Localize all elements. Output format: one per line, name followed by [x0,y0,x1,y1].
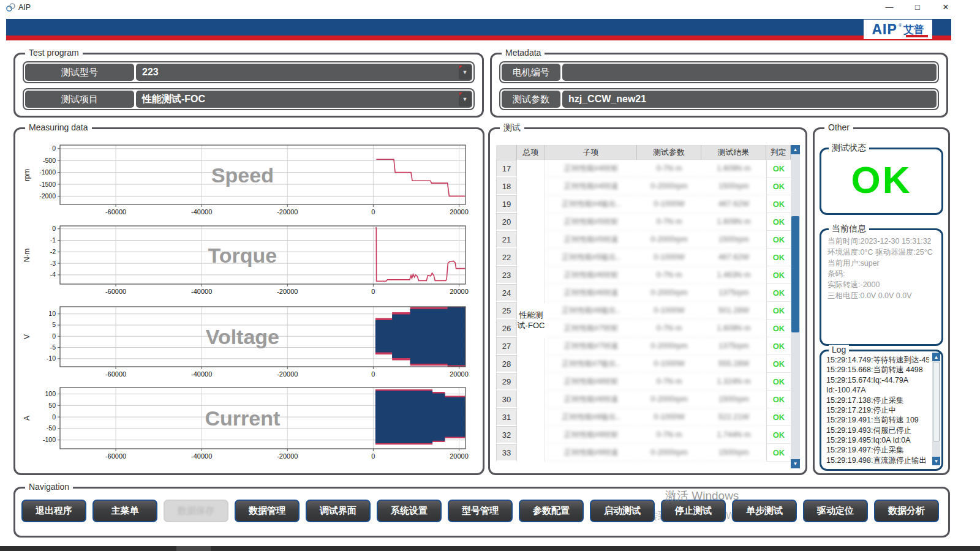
cell-group [517,355,545,373]
nav-button-驱动定位[interactable]: 驱动定位 [803,500,868,522]
cell-verdict: OK [766,178,791,195]
cell-param: 0-7N·m [637,266,701,284]
scroll-up-icon[interactable]: ▲ [791,145,800,154]
cell-item: 正转性能#6转矩 [545,266,637,284]
table-row[interactable]: 22正转性能#5输出..0-1000W467.62WOK [496,249,791,266]
windows-activation-watermark: 激活 Windows [665,488,739,504]
table-row[interactable]: 17正转性能#4转矩0-7N·m1.609N·mOK [496,160,791,178]
scroll-down-icon[interactable]: ▼ [791,459,800,468]
table-row[interactable]: 24正转性能#6转速0-2000rpm1375rpmOK [496,284,791,302]
scroll-up-icon[interactable]: ▲ [932,353,940,361]
cell-item: 正转性能#7转速 [545,337,637,355]
maximize-button[interactable]: □ [905,0,930,15]
nav-button-数据分析[interactable]: 数据分析 [874,500,939,522]
row-number: 19 [496,195,517,213]
row-number: 33 [496,444,517,462]
cell-result: 1500rpm [701,391,766,408]
test-item-row: 测试项目 性能测试-FOC ▼ [23,88,475,110]
log-line: 15:29:17.219:停止中 [826,405,929,415]
scroll-down-icon[interactable]: ▼ [932,457,940,465]
test-program-group-label: Test program [25,48,83,58]
nav-button-调试界面[interactable]: 调试界面 [306,500,371,522]
cell-item: 正转性能#5转速 [545,231,637,249]
table-row[interactable]: 32正转性能#9转矩0-7N·m1.744N·mOK [496,426,791,444]
table-row[interactable]: 29正转性能#8转矩0-7N·m1.324N·mOK [496,373,791,391]
scrollbar-thumb[interactable] [933,362,940,441]
svg-text:-40000: -40000 [191,208,212,216]
column-header: 测试结果 [701,145,766,160]
table-row[interactable]: 21正转性能#5转速0-2000rpm1500rpmOK [496,231,791,249]
cell-param: 0-2000rpm [637,444,701,462]
taskbar-chip [176,546,211,551]
chevron-down-icon[interactable]: ▼ [459,65,471,80]
table-row[interactable]: 20正转性能#5转矩0-7N·m1.609N·mOK [496,213,791,231]
table-row[interactable]: 28正转性能#7输出..0-1000W555.28WOK [496,355,791,373]
close-button[interactable]: ✕ [933,0,958,15]
table-row[interactable]: 23正转性能#6转矩0-7N·m1.463N·mOK [496,266,791,284]
nav-button-主菜单[interactable]: 主菜单 [92,500,157,522]
cell-item: 正转性能#6输出.. [545,302,637,320]
svg-text:100: 100 [45,390,56,397]
model-row: 测试型号 223 ▼ [23,61,475,83]
chevron-down-icon[interactable]: ▼ [459,92,471,107]
scrollbar-thumb[interactable] [791,216,799,332]
cell-param: 0-7N·m [637,160,701,178]
svg-text:-2: -2 [50,248,56,255]
test-item-combobox[interactable]: 性能测试-FOC ▼ [136,91,472,108]
nav-button-label: 主菜单 [111,505,139,517]
cell-result: 522.21W [701,408,766,426]
cell-verdict: OK [766,444,791,462]
navigation-group-label: Navigation [25,482,73,492]
cell-param: 0-7N·m [637,426,701,444]
test-status-label: 测试状态 [829,143,869,154]
metadata-group-label: Metadata [502,48,545,58]
row-number: 32 [496,426,517,444]
column-header: 总项 [517,145,545,160]
svg-text:0: 0 [52,144,56,152]
cell-param: 0-2000rpm [637,337,701,355]
column-header [496,145,517,160]
cell-verdict: OK [766,266,791,284]
svg-text:20000: 20000 [450,370,469,378]
cell-param: 0-1000W [637,195,701,213]
model-combobox[interactable]: 223 ▼ [136,64,472,81]
table-row[interactable]: 33正转性能#9转速0-2000rpm1500rpmOK [496,444,791,462]
table-row[interactable]: 18正转性能#4转速0-2000rpm1500rpmOK [496,178,791,195]
nav-button-单步测试[interactable]: 单步测试 [732,500,797,522]
table-row[interactable]: 27正转性能#7转速0-2000rpm1375rpmOK [496,337,791,355]
nav-button-数据保存: 数据保存 [164,500,228,522]
cell-verdict: OK [766,160,791,178]
cell-verdict: OK [766,284,791,302]
nav-button-系统设置[interactable]: 系统设置 [377,500,442,522]
charts-area: -60000-40000-200000200000-500-1000-1500-… [15,129,483,473]
minimize-button[interactable]: — [877,0,902,15]
window-title: AIP [18,3,31,12]
svg-text:-20000: -20000 [277,208,298,216]
svg-text:-60000: -60000 [105,288,126,295]
other-group: Other 测试状态 OK 当前信息 当前时间:2023-12-30 15:31… [813,127,950,475]
log-scrollbar[interactable]: ▲ ▼ [932,353,940,465]
svg-text:20000: 20000 [450,452,469,460]
nav-button-数据管理[interactable]: 数据管理 [235,500,300,522]
row-number: 23 [496,266,517,284]
table-row[interactable]: 31正转性能#8输出..0-1000W522.21WOK [496,408,791,426]
svg-text:Torque: Torque [208,244,277,267]
table-row[interactable]: 30正转性能#8转速0-2000rpm1500rpmOK [496,391,791,408]
table-row[interactable]: 19正转性能#4输出..0-1000W467.62WOK [496,195,791,213]
svg-text:0: 0 [371,370,375,378]
test-params-field[interactable]: hzj_CCW_new21 [562,91,937,108]
nav-button-型号管理[interactable]: 型号管理 [448,500,513,522]
cell-result: 1.324N·m [701,373,766,391]
nav-button-退出程序[interactable]: 退出程序 [21,500,86,522]
nav-button-label: 停止测试 [675,505,712,517]
nav-button-启动测试[interactable]: 启动测试 [590,500,655,522]
nav-button-label: 调试界面 [320,505,356,517]
info-line: 当前用户:super [827,258,937,269]
table-scrollbar[interactable]: ▲ ▼ [791,145,800,468]
log-lines: 15:29:14.749:等待转速到达-450015:29:15.668:当前转… [826,355,929,465]
svg-text:-1000: -1000 [39,168,56,176]
motor-id-field[interactable] [562,64,937,81]
cell-result: 1500rpm [701,231,766,249]
nav-button-参数配置[interactable]: 参数配置 [519,500,584,522]
log-line: 15:29:17.138:停止采集 [826,395,929,405]
